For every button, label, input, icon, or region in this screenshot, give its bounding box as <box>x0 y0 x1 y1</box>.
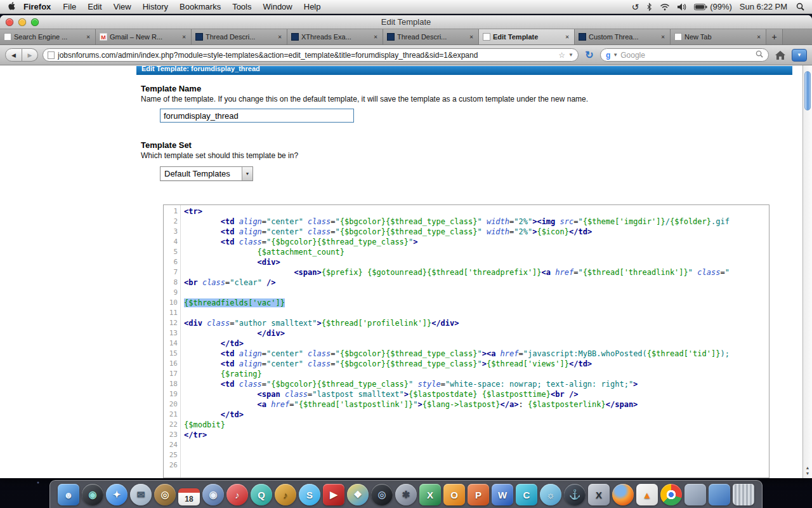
tab-close-icon[interactable]: ✕ <box>660 34 666 40</box>
search-bar[interactable]: ▼ Google <box>600 48 769 62</box>
folder-applications-dock-icon[interactable] <box>684 484 706 505</box>
code-line[interactable] <box>184 450 769 460</box>
dashboard-dock-icon[interactable]: ◉ <box>82 484 103 505</box>
trash-dock-icon[interactable] <box>733 484 754 505</box>
menu-help[interactable]: Help <box>304 2 321 11</box>
tab-close-icon[interactable]: ✕ <box>564 34 570 40</box>
code-line[interactable]: <td align="center" class="{$bgcolor}{$th… <box>184 227 769 237</box>
code-line[interactable]: {$attachment_count} <box>184 247 769 257</box>
code-line[interactable]: </td> <box>184 410 769 420</box>
url-bar[interactable]: jobsnforums.com/admin/index.php?module=s… <box>43 48 579 62</box>
aperture-dock-icon[interactable]: ◎ <box>371 484 393 505</box>
new-tab-button[interactable]: + <box>766 29 783 44</box>
code-line[interactable] <box>184 308 769 318</box>
spotlight-icon[interactable] <box>796 3 804 11</box>
finder-dock-icon[interactable]: ☻ <box>58 484 79 505</box>
magnifier-icon[interactable] <box>756 50 763 60</box>
youtube-dock-icon[interactable]: ▶ <box>323 484 344 505</box>
menu-history[interactable]: History <box>143 2 168 11</box>
window-titlebar[interactable]: Edit Template <box>0 15 812 29</box>
apple-menu-icon[interactable] <box>8 2 16 11</box>
tab-thread-descri[interactable]: Thread Descri...✕ <box>192 29 287 44</box>
communicator-dock-icon[interactable]: C <box>516 484 537 505</box>
code-line[interactable]: <div class="author smalltext">{$thread['… <box>184 318 769 328</box>
code-line[interactable]: </td> <box>184 338 769 349</box>
window-scrollbar[interactable]: ▲ ▼ <box>802 65 812 478</box>
menu-window[interactable]: Window <box>263 2 292 11</box>
code-line[interactable] <box>184 288 769 298</box>
minimize-window-button[interactable] <box>18 18 26 26</box>
chrome-dock-icon[interactable] <box>660 484 682 505</box>
tab-close-icon[interactable]: ✕ <box>756 34 762 40</box>
tab-close-icon[interactable]: ✕ <box>468 34 475 40</box>
menu-view[interactable]: View <box>114 2 131 11</box>
messenger-dock-icon[interactable]: ☼ <box>540 484 561 505</box>
close-window-button[interactable] <box>6 18 13 26</box>
itunes-dock-icon[interactable]: ♪ <box>226 484 248 505</box>
code-line[interactable]: </tr> <box>184 430 769 440</box>
dvd-player-dock-icon[interactable]: ◉ <box>202 484 224 505</box>
url-text[interactable]: jobsnforums.com/admin/index.php?module=s… <box>58 51 555 60</box>
time-machine-icon[interactable]: ↺ <box>631 3 639 11</box>
word-dock-icon[interactable]: W <box>492 484 513 505</box>
select-dropdown-icon[interactable]: ▼ <box>242 167 252 180</box>
menu-tools[interactable]: Tools <box>232 2 251 11</box>
battery-status[interactable]: (99%) <box>694 2 732 11</box>
reload-button[interactable]: ↻ <box>583 49 596 61</box>
code-line[interactable]: <td align="center" class="{$bgcolor}{$th… <box>184 359 769 369</box>
code-line[interactable]: <a href="{$thread['lastpostlink']}">{$la… <box>184 399 769 410</box>
tab-custom-threa[interactable]: Custom Threa...✕ <box>575 29 671 44</box>
search-engine-dropdown-icon[interactable]: ▼ <box>613 52 618 58</box>
code-line[interactable]: {$threadfields['vac']} <box>184 298 769 308</box>
tab-close-icon[interactable]: ✕ <box>85 34 91 40</box>
garageband-dock-icon[interactable]: ♪ <box>275 484 296 505</box>
x11-dock-icon[interactable]: X <box>588 484 610 505</box>
code-line[interactable]: <td class="{$bgcolor}{$thread_type_class… <box>184 379 769 389</box>
template-name-input[interactable] <box>160 109 354 123</box>
skype-dock-icon[interactable]: S <box>299 484 320 505</box>
tab-edit-template[interactable]: Edit Template✕ <box>479 29 575 44</box>
code-line[interactable]: </div> <box>184 328 769 338</box>
code-line[interactable]: <tr> <box>184 206 769 217</box>
menu-bookmarks[interactable]: Bookmarks <box>180 2 221 11</box>
iphoto-dock-icon[interactable]: ❖ <box>347 484 369 505</box>
url-dropdown-icon[interactable]: ▼ <box>568 52 573 58</box>
excel-dock-icon[interactable]: X <box>419 484 441 505</box>
system-preferences-dock-icon[interactable]: ✱ <box>395 484 417 505</box>
editor-code[interactable]: <tr> <td align="center" class="{$bgcolor… <box>181 205 769 478</box>
code-line[interactable]: <div> <box>184 257 769 267</box>
menubar-clock[interactable]: Sun 6:22 PM <box>740 2 787 11</box>
code-line[interactable] <box>184 440 769 450</box>
safari-dock-icon[interactable]: ✦ <box>106 484 128 505</box>
bookmark-star-icon[interactable]: ☆ <box>558 51 565 60</box>
firefox-dock-icon[interactable] <box>612 484 634 505</box>
ical-dock-icon[interactable]: 18 <box>178 488 200 505</box>
outlook-dock-icon[interactable]: O <box>443 484 465 505</box>
menu-edit[interactable]: Edit <box>88 2 102 11</box>
vlc-dock-icon[interactable]: ▲ <box>636 484 658 505</box>
search-placeholder[interactable]: Google <box>620 51 753 60</box>
scroll-down-button[interactable]: ▼ <box>803 471 812 476</box>
zoom-window-button[interactable] <box>31 18 39 26</box>
tab-thread-descri[interactable]: Thread Descri...✕ <box>383 29 479 44</box>
template-set-select[interactable]: Default Templates ▼ <box>160 166 253 181</box>
template-code-editor[interactable]: 1234567891011121314151617181920212223242… <box>163 204 769 478</box>
folder-documents-dock-icon[interactable] <box>709 484 730 505</box>
code-line[interactable]: <br class="clear" /> <box>184 277 769 288</box>
code-line[interactable]: {$rating} <box>184 369 769 379</box>
volume-icon[interactable] <box>678 3 686 11</box>
forward-button[interactable]: ▶ <box>22 48 38 62</box>
menubar-app-name[interactable]: Firefox <box>23 2 51 11</box>
helm-dock-icon[interactable]: ⚓ <box>564 484 586 505</box>
quicktime-dock-icon[interactable]: Q <box>251 484 272 505</box>
menu-file[interactable]: File <box>63 2 76 11</box>
mail-dock-icon[interactable]: ✉ <box>130 484 152 505</box>
scroll-up-button[interactable]: ▲ <box>803 465 812 471</box>
tab-xthreads-exa[interactable]: XThreads Exa...✕ <box>287 29 383 44</box>
code-line[interactable] <box>184 460 769 471</box>
code-line[interactable]: <span class="lastpost smalltext">{$lastp… <box>184 389 769 399</box>
tab-close-icon[interactable]: ✕ <box>277 34 283 40</box>
tab-gmail-new-r[interactable]: Gmail – New R...✕ <box>96 29 192 44</box>
toolbar-widget-button[interactable]: ▼ <box>792 49 807 62</box>
back-button[interactable]: ◀ <box>5 48 22 62</box>
